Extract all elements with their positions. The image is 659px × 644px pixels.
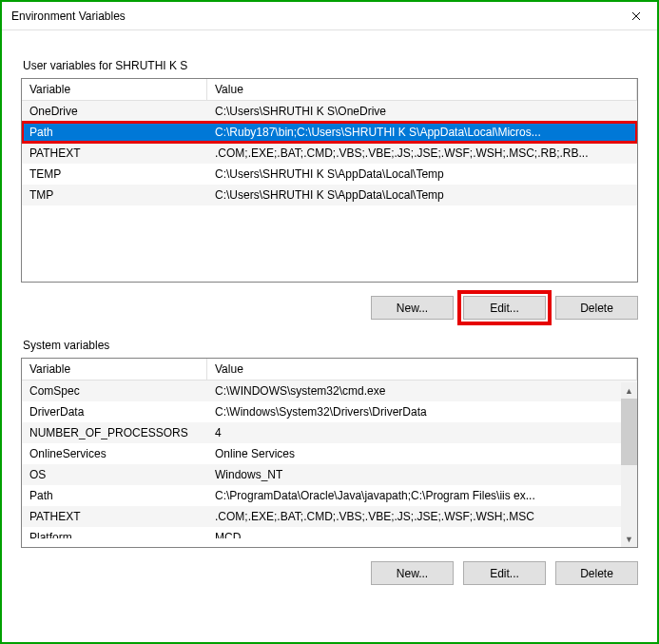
scroll-up-icon[interactable]: ▲ xyxy=(621,382,637,399)
close-icon xyxy=(631,11,641,21)
table-row[interactable]: OSWindows_NT xyxy=(22,464,637,485)
table-row[interactable]: TMPC:\Users\SHRUTHI K S\AppData\Local\Te… xyxy=(22,185,637,205)
cell-variable: Path xyxy=(22,485,207,506)
cell-variable: PATHEXT xyxy=(22,143,207,164)
cell-value: 4 xyxy=(207,422,607,443)
system-buttons-row: New... Edit... Delete xyxy=(21,561,638,585)
cell-value: C:\Users\SHRUTHI K S\OneDrive xyxy=(207,101,637,122)
cell-value: C:\Users\SHRUTHI K S\AppData\Local\Temp xyxy=(207,185,637,205)
cell-value: C:\WINDOWS\system32\cmd.exe xyxy=(207,381,607,401)
cell-variable: OneDrive xyxy=(22,101,207,122)
cell-variable: PATHEXT xyxy=(22,506,207,527)
user-table-body: OneDriveC:\Users\SHRUTHI K S\OneDrivePat… xyxy=(22,101,637,205)
scroll-track[interactable] xyxy=(621,465,637,531)
dialog-content: User variables for SHRUTHI K S Variable … xyxy=(2,30,657,585)
system-table-body: ComSpecC:\WINDOWS\system32\cmd.exeDriver… xyxy=(22,381,637,538)
column-header-variable[interactable]: Variable xyxy=(22,79,207,100)
cell-variable: Path xyxy=(22,122,207,143)
cell-variable: OnlineServices xyxy=(22,443,207,464)
scroll-down-icon[interactable]: ▼ xyxy=(621,531,637,547)
cell-value: C:\Windows\System32\Drivers\DriverData xyxy=(207,401,607,422)
cell-variable: TEMP xyxy=(22,164,207,185)
column-header-variable[interactable]: Variable xyxy=(22,359,207,380)
cell-variable: DriverData xyxy=(22,401,207,422)
table-row[interactable]: NUMBER_OF_PROCESSORS4 xyxy=(22,422,637,443)
scroll-thumb[interactable] xyxy=(621,399,637,465)
user-edit-button[interactable]: Edit... xyxy=(463,296,546,320)
cell-value: .COM;.EXE;.BAT;.CMD;.VBS;.VBE;.JS;.JSE;.… xyxy=(207,143,637,164)
titlebar: Environment Variables xyxy=(2,2,657,30)
table-row[interactable]: DriverDataC:\Windows\System32\Drivers\Dr… xyxy=(22,401,637,422)
system-vars-table[interactable]: Variable Value ComSpecC:\WINDOWS\system3… xyxy=(21,358,638,548)
cell-variable: ComSpec xyxy=(22,381,207,401)
table-row[interactable]: PathC:\Ruby187\bin;C:\Users\SHRUTHI K S\… xyxy=(22,122,637,143)
cell-value: C:\Ruby187\bin;C:\Users\SHRUTHI K S\AppD… xyxy=(207,122,637,143)
user-vars-label: User variables for SHRUTHI K S xyxy=(23,59,638,72)
system-vars-label: System variables xyxy=(23,339,638,352)
system-new-button[interactable]: New... xyxy=(371,561,454,585)
cell-value: .COM;.EXE;.BAT;.CMD;.VBS;.VBE;.JS;.JSE;.… xyxy=(207,506,607,527)
cell-variable: Platform xyxy=(22,527,207,538)
table-row[interactable]: OneDriveC:\Users\SHRUTHI K S\OneDrive xyxy=(22,101,637,122)
cell-value: C:\Users\SHRUTHI K S\AppData\Local\Temp xyxy=(207,164,637,185)
window-title: Environment Variables xyxy=(11,10,126,23)
table-row[interactable]: PathC:\ProgramData\Oracle\Java\javapath;… xyxy=(22,485,637,506)
user-buttons-row: New... Edit... Delete xyxy=(21,296,638,320)
cell-value: Windows_NT xyxy=(207,464,607,485)
scrollbar[interactable]: ▲ ▼ xyxy=(621,382,637,547)
cell-value: Online Services xyxy=(207,443,607,464)
table-row[interactable]: PATHEXT.COM;.EXE;.BAT;.CMD;.VBS;.VBE;.JS… xyxy=(22,506,637,527)
cell-value: MCD xyxy=(207,527,607,538)
cell-variable: OS xyxy=(22,464,207,485)
column-header-value[interactable]: Value xyxy=(207,359,637,380)
column-header-value[interactable]: Value xyxy=(207,79,637,100)
cell-variable: TMP xyxy=(22,185,207,205)
system-table-header: Variable Value xyxy=(22,359,637,381)
close-button[interactable] xyxy=(614,2,657,29)
table-row[interactable]: TEMPC:\Users\SHRUTHI K S\AppData\Local\T… xyxy=(22,164,637,185)
table-row[interactable]: PlatformMCD xyxy=(22,527,637,538)
system-delete-button[interactable]: Delete xyxy=(555,561,638,585)
cell-variable: NUMBER_OF_PROCESSORS xyxy=(22,422,207,443)
table-row[interactable]: ComSpecC:\WINDOWS\system32\cmd.exe xyxy=(22,381,637,401)
cell-value: C:\ProgramData\Oracle\Java\javapath;C:\P… xyxy=(207,485,607,506)
table-row[interactable]: PATHEXT.COM;.EXE;.BAT;.CMD;.VBS;.VBE;.JS… xyxy=(22,143,637,164)
system-edit-button[interactable]: Edit... xyxy=(463,561,546,585)
user-new-button[interactable]: New... xyxy=(371,296,454,320)
user-delete-button[interactable]: Delete xyxy=(555,296,638,320)
user-table-header: Variable Value xyxy=(22,79,637,101)
user-vars-table[interactable]: Variable Value OneDriveC:\Users\SHRUTHI … xyxy=(21,78,638,283)
table-row[interactable]: OnlineServicesOnline Services xyxy=(22,443,637,464)
